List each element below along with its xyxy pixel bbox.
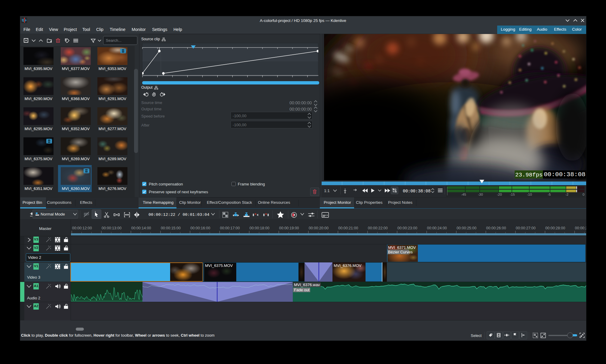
svg-text:00:00:17:00: 00:00:17:00 [220, 226, 240, 230]
svg-text:00:00:22:00: 00:00:22:00 [368, 226, 388, 230]
svg-text:00:00:15:00: 00:00:15:00 [161, 226, 181, 230]
svg-text:00:00:26:00: 00:00:26:00 [486, 226, 506, 230]
svg-text:00:00:14:00: 00:00:14:00 [131, 226, 151, 230]
svg-text:00:00:16:00: 00:00:16:00 [190, 226, 210, 230]
svg-text:00:00:13:00: 00:00:13:00 [102, 226, 121, 230]
svg-text:00:00:21:00: 00:00:21:00 [338, 226, 358, 230]
svg-text:00:00:28:00: 00:00:28:00 [545, 226, 565, 230]
svg-text:00:00:27:00: 00:00:27:00 [516, 226, 536, 230]
svg-text:00:00:12:00: 00:00:12:00 [72, 226, 92, 230]
svg-text:00:00:19:00: 00:00:19:00 [279, 226, 299, 230]
svg-text:00:00:23:00: 00:00:23:00 [397, 226, 417, 230]
svg-text:00:00:29:00: 00:00:29:00 [575, 226, 586, 230]
svg-text:00:00:25:00: 00:00:25:00 [457, 226, 476, 230]
svg-text:00:00:24:00: 00:00:24:00 [427, 226, 447, 230]
svg-text:00:00:20:00: 00:00:20:00 [309, 226, 329, 230]
svg-text:00:00:18:00: 00:00:18:00 [249, 226, 269, 230]
